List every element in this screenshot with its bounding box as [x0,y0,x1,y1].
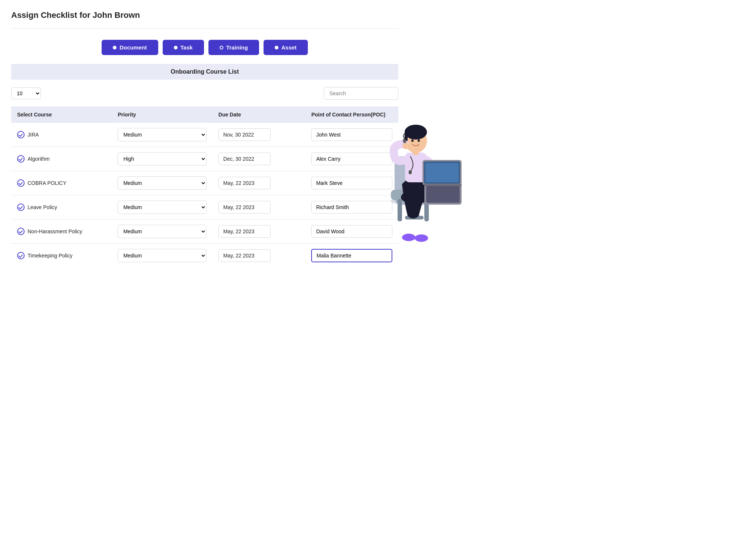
col-header-3: Point of Contact Person(POC) [305,106,398,123]
course-name-1: Algorithm [28,156,50,162]
due-date-cell-4: May, 22 2023 [213,220,306,244]
svg-rect-20 [425,163,459,182]
svg-rect-17 [426,182,460,203]
priority-select-0[interactable]: LowMediumHighCritical [118,128,206,141]
course-cell-4: Non-Harassment Policy [11,220,112,244]
poc-input-4[interactable] [311,225,392,238]
check-circle-icon [17,204,25,211]
course-cell-0: JIRA [11,123,112,147]
svg-rect-4 [424,199,429,221]
col-header-0: Select Course [11,106,112,123]
search-input-wrap [324,87,398,100]
poc-input-1[interactable] [311,153,392,165]
svg-rect-8 [412,147,419,155]
tab-document[interactable]: Document [102,40,158,55]
priority-select-4[interactable]: LowMediumHighCritical [118,225,206,238]
per-page-dropdown[interactable]: 102550100 [11,87,41,99]
course-name-3: Leave Policy [28,204,57,210]
svg-rect-5 [405,216,424,220]
priority-select-5[interactable]: LowMediumHighCritical [118,249,206,262]
check-circle-icon [17,252,25,259]
svg-rect-19 [424,161,460,184]
tab-asset[interactable]: Asset [264,40,308,55]
per-page-select: 102550100 [11,87,41,99]
poc-cell-5 [305,244,398,268]
check-circle-icon [17,131,25,138]
course-table: Select CoursePriorityDue DatePoint of Co… [11,106,398,268]
priority-select-2[interactable]: LowMediumHighCritical [118,176,206,190]
table-body: JIRALowMediumHighCriticalNov, 30 2022Alg… [11,123,398,268]
due-date-cell-1: Dec, 30 2022 [213,147,306,171]
course-table-wrap: Select CoursePriorityDue DatePoint of Co… [11,106,398,268]
priority-cell-4: LowMediumHighCritical [112,220,212,244]
table-header-row: Select CoursePriorityDue DatePoint of Co… [11,106,398,123]
course-name-4: Non-Harassment Policy [28,228,82,234]
svg-point-25 [403,138,406,143]
table-row: COBRA POLICYLowMediumHighCriticalMay, 22… [11,171,398,195]
poc-cell-3 [305,195,398,220]
search-input[interactable] [324,87,398,100]
svg-point-15 [439,179,447,186]
poc-input-2[interactable] [311,177,392,189]
poc-cell-4 [305,220,398,244]
table-row: Non-Harassment PolicyLowMediumHighCritic… [11,220,398,244]
course-name-5: Timekeeping Policy [28,253,73,259]
due-date-cell-2: May, 22 2023 [213,171,306,195]
poc-input-5[interactable] [311,249,392,262]
section-header: Onboarding Course List [11,64,398,80]
due-date-value-3: May, 22 2023 [218,201,271,214]
due-date-value-4: May, 22 2023 [218,225,271,238]
svg-rect-24 [409,170,412,174]
priority-cell-0: LowMediumHighCritical [112,123,212,147]
svg-rect-18 [422,160,462,185]
page-wrapper: Assign Checklist for John Brown Document… [0,0,409,282]
col-header-1: Priority [112,106,212,123]
page-title: Assign Checklist for John Brown [11,0,398,29]
tab-label-training: Training [226,44,248,51]
svg-point-12 [411,140,414,142]
priority-select-1[interactable]: LowMediumHighCritical [118,152,206,166]
poc-cell-1 [305,147,398,171]
tab-dot-document [113,46,117,49]
svg-point-22 [402,234,415,241]
svg-point-23 [415,234,428,242]
controls-row: 102550100 [11,87,398,100]
due-date-cell-3: May, 22 2023 [213,195,306,220]
priority-cell-1: LowMediumHighCritical [112,147,212,171]
tab-dot-training [220,46,223,49]
svg-point-13 [418,140,420,142]
table-row: JIRALowMediumHighCriticalNov, 30 2022 [11,123,398,147]
tab-label-task: Task [181,44,193,51]
course-cell-1: Algorithm [11,147,112,171]
table-row: AlgorithmLowMediumHighCriticalDec, 30 20… [11,147,398,171]
poc-input-0[interactable] [311,128,392,141]
priority-cell-3: LowMediumHighCritical [112,195,212,220]
tab-label-document: Document [119,44,147,51]
priority-select-3[interactable]: LowMediumHighCritical [118,201,206,214]
svg-rect-1 [395,156,432,205]
table-row: Timekeeping PolicyLowMediumHighCriticalM… [11,244,398,268]
svg-point-14 [402,142,410,149]
svg-point-6 [401,190,429,204]
due-date-value-0: Nov, 30 2022 [218,128,271,141]
svg-rect-21 [424,184,462,186]
course-name-0: JIRA [28,132,39,138]
poc-cell-0 [305,123,398,147]
check-circle-icon [17,179,25,187]
svg-rect-7 [405,153,427,182]
svg-rect-11 [405,132,408,143]
svg-rect-16 [424,180,462,205]
tab-training[interactable]: Training [208,40,259,55]
due-date-value-1: Dec, 30 2022 [218,153,271,165]
svg-point-9 [405,128,427,153]
priority-cell-5: LowMediumHighCritical [112,244,212,268]
priority-cell-2: LowMediumHighCritical [112,171,212,195]
tab-label-asset: Asset [281,44,297,51]
due-date-cell-0: Nov, 30 2022 [213,123,306,147]
tab-task[interactable]: Task [163,40,204,55]
due-date-value-2: May, 22 2023 [218,177,271,189]
poc-cell-2 [305,171,398,195]
poc-input-3[interactable] [311,201,392,214]
check-circle-icon [17,228,25,235]
check-circle-icon [17,155,25,163]
